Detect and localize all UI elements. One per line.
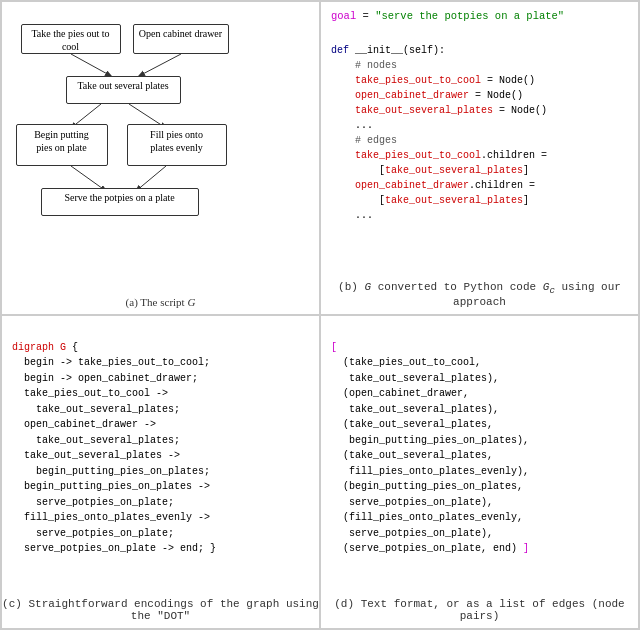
panel-a: Take the pies out to cool Open cabinet d…	[1, 1, 320, 315]
goal-keyword: goal	[331, 10, 356, 22]
node-cabinet: Open cabinet drawer	[133, 24, 229, 54]
panel-b-label: (b) G converted to Python code Gc using …	[321, 281, 638, 308]
node-fill: Fill pies ontoplates evenly	[127, 124, 227, 166]
panel-b: goal = "serve the potpies on a plate" de…	[320, 1, 639, 315]
node-serve: Serve the potpies on a plate	[41, 188, 199, 216]
python-code-block: def __init__(self): # nodes take_pies_ou…	[331, 28, 628, 238]
panel-b-label-text: (b) G converted to Python code Gc using …	[338, 281, 621, 308]
node-plates: Take out several plates	[66, 76, 181, 104]
panel-a-label-text: (a) The script G	[126, 296, 196, 308]
panel-d-label: (d) Text format, or as a list of edges (…	[321, 598, 638, 622]
main-grid: Take the pies out to cool Open cabinet d…	[0, 0, 640, 630]
panel-d-label-text: (d) Text format, or as a list of edges (…	[334, 598, 624, 622]
panel-c: digraph G { begin -> take_pies_out_to_co…	[1, 315, 320, 629]
goal-equals: =	[356, 10, 375, 22]
panel-d: [ (take_pies_out_to_cool, take_out_sever…	[320, 315, 639, 629]
dot-code-block: digraph G { begin -> take_pies_out_to_co…	[12, 324, 309, 572]
node-cool: Take the pies out to cool	[21, 24, 121, 54]
goal-value: "serve the potpies on a plate"	[375, 10, 564, 22]
list-code-block: [ (take_pies_out_to_cool, take_out_sever…	[331, 324, 628, 572]
node-begin: Begin puttingpies on plate	[16, 124, 108, 166]
svg-line-0	[71, 54, 111, 76]
graph-diagram: Take the pies out to cool Open cabinet d…	[11, 16, 311, 246]
panel-a-label: (a) The script G	[2, 296, 319, 308]
panel-c-label-text: (c) Straightforward encodings of the gra…	[2, 598, 319, 622]
svg-line-1	[139, 54, 181, 76]
panel-c-label: (c) Straightforward encodings of the gra…	[2, 598, 319, 622]
goal-line: goal = "serve the potpies on a plate"	[331, 10, 628, 22]
